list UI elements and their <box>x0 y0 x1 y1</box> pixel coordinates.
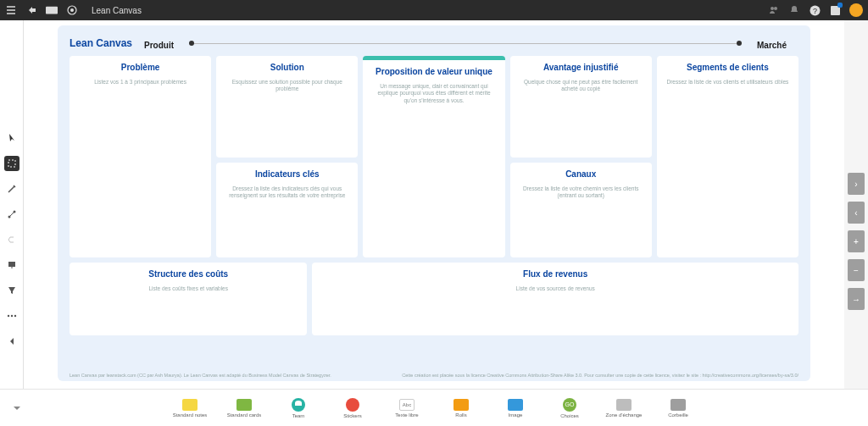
card-desc: Liste de vos sources de revenus <box>516 285 595 292</box>
footnote-right: Cette création est placée sous la licenc… <box>402 373 798 378</box>
dock-label: Standard notes <box>173 412 208 418</box>
dock-rolls[interactable]: Rolls <box>442 399 480 418</box>
card-desc: Esquissez une solution possible pour cha… <box>225 79 349 93</box>
card-desc: Quelque chose qui ne peut pas être facil… <box>519 79 643 93</box>
select-tool[interactable] <box>4 156 19 171</box>
page-title: Lean Canvas <box>92 6 142 15</box>
card-title: Solution <box>270 63 304 72</box>
dock-stickers[interactable]: Stickers <box>334 398 371 418</box>
card-segments[interactable]: Segments de clientsDressez la liste de v… <box>657 56 798 257</box>
help-icon[interactable]: ? <box>809 4 821 16</box>
connector-tool[interactable] <box>4 207 19 222</box>
card-title: Proposition de valeur unique <box>376 67 492 76</box>
bell-icon[interactable] <box>788 4 800 16</box>
card-problem[interactable]: ProblèmeListez vos 1 à 3 principaux prob… <box>70 56 211 257</box>
svg-rect-7 <box>831 6 840 15</box>
dock: Standard notes Standard cards Team Stick… <box>0 389 868 426</box>
card-revenue[interactable]: Flux de revenusListe de vos sources de r… <box>312 263 798 335</box>
svg-point-14 <box>14 315 15 317</box>
lean-canvas: Lean Canvas Produit Marché ProblèmeListe… <box>58 25 810 381</box>
card-title: Indicateurs clés <box>255 169 320 179</box>
card-icon <box>236 399 252 411</box>
image-icon <box>508 399 523 411</box>
svg-point-3 <box>771 7 774 10</box>
dock-image[interactable]: Image <box>497 399 534 418</box>
pointer-tool[interactable] <box>4 130 19 146</box>
dock-label: Image <box>509 412 523 418</box>
svg-rect-8 <box>8 160 15 167</box>
svg-point-13 <box>10 315 12 317</box>
zoom-out-icon[interactable]: − <box>848 259 865 281</box>
card-desc: Listez vos 1 à 3 principaux problèmes <box>94 79 186 86</box>
zoom-in-icon[interactable]: + <box>848 230 865 252</box>
filter-tool[interactable] <box>4 283 19 298</box>
save-icon[interactable] <box>829 4 841 16</box>
fit-icon[interactable]: → <box>848 288 865 310</box>
svg-point-12 <box>7 315 8 317</box>
card-title: Problème <box>121 63 160 72</box>
dock-label: Rolls <box>455 412 466 418</box>
svg-point-4 <box>774 7 777 10</box>
dock-label: Choices <box>560 413 579 418</box>
logo-icon <box>66 4 78 16</box>
dock-text[interactable]: AbcTexte libre <box>388 399 426 418</box>
pencil-tool[interactable] <box>4 181 19 196</box>
card-desc: Un message unique, clair et convaincant … <box>371 83 496 104</box>
dock-standard-cards[interactable]: Standard cards <box>225 399 263 418</box>
team-icon <box>292 398 305 412</box>
dock-label: Stickers <box>343 413 361 418</box>
card-title: Avantage injustifié <box>543 63 619 72</box>
footnote-left: Lean Canvas par leanstack.com (CC par As… <box>70 373 331 378</box>
avatar[interactable] <box>849 3 863 17</box>
exchange-icon <box>616 399 632 411</box>
present-tool[interactable] <box>4 257 19 273</box>
note-icon <box>182 399 198 411</box>
dock-trash[interactable]: Corbeille <box>659 399 697 418</box>
stage[interactable]: Lean Canvas Produit Marché ProblèmeListe… <box>24 20 844 389</box>
dock-label: Texte libre <box>395 412 418 418</box>
card-solution[interactable]: SolutionEsquissez une solution possible … <box>216 56 358 158</box>
card-desc: Liste des coûts fixes et variables <box>148 285 228 292</box>
svg-point-2 <box>70 8 74 12</box>
text-icon: Abc <box>399 399 415 411</box>
card-metrics[interactable]: Indicateurs clésDressez la liste des ind… <box>216 163 358 257</box>
dock-standard-notes[interactable]: Standard notes <box>171 399 209 418</box>
more-tool[interactable] <box>4 308 19 324</box>
sticker-icon <box>346 398 359 412</box>
card-uvp[interactable]: Proposition de valeur uniqueUn message u… <box>363 56 504 257</box>
svg-rect-0 <box>46 7 58 14</box>
go-icon: GO <box>563 398 576 412</box>
undo-tool[interactable] <box>4 232 19 247</box>
users-icon[interactable] <box>768 4 780 16</box>
nav-left-icon[interactable]: ‹ <box>848 202 865 224</box>
svg-rect-11 <box>8 262 15 267</box>
canvas-title: Lean Canvas <box>70 37 132 49</box>
card-desc: Dressez la liste des indicateurs clés qu… <box>225 185 349 200</box>
card-channels[interactable]: CanauxDressez la liste de votre chemin v… <box>510 163 652 257</box>
card-title: Flux de revenus <box>523 269 587 279</box>
card-advantage[interactable]: Avantage injustifiéQuelque chose qui ne … <box>510 56 652 158</box>
dock-label: Zone d'échange <box>606 412 643 418</box>
topbar: Lean Canvas ? <box>0 0 868 20</box>
svg-text:?: ? <box>812 6 816 14</box>
card-costs[interactable]: Structure des coûtsListe des coûts fixes… <box>70 263 307 335</box>
dock-team[interactable]: Team <box>280 398 317 418</box>
card-title: Segments de clients <box>687 63 769 72</box>
nav-right-icon[interactable]: › <box>848 173 865 195</box>
back-icon[interactable] <box>25 4 37 16</box>
dock-collapse-icon[interactable] <box>12 403 22 413</box>
roll-icon <box>453 399 469 411</box>
card-desc: Dressez la liste de vos clients et utili… <box>667 79 789 86</box>
card-title: Structure des coûts <box>148 269 228 279</box>
card-title: Canaux <box>565 169 596 179</box>
collapse-left-tool[interactable] <box>4 334 19 349</box>
dock-label: Team <box>292 413 305 418</box>
dock-choices[interactable]: GOChoices <box>551 398 588 418</box>
left-toolbar <box>0 20 24 426</box>
board-icon[interactable] <box>46 4 58 16</box>
dock-exchange[interactable]: Zone d'échange <box>605 399 643 418</box>
menu-icon[interactable] <box>5 4 17 16</box>
axis-right-label: Marché <box>757 41 787 50</box>
card-desc: Dressez la liste de votre chemin vers le… <box>519 185 643 200</box>
dock-label: Standard cards <box>227 412 262 418</box>
